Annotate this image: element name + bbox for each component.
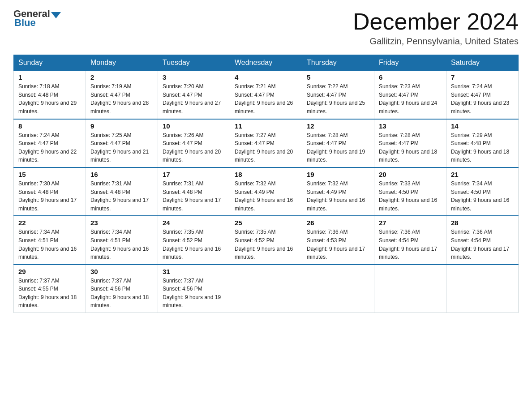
day-info: Sunrise: 7:27 AMSunset: 4:47 PMDaylight:… [235,131,297,164]
calendar-table: SundayMondayTuesdayWednesdayThursdayFrid… [13,55,519,313]
day-number: 13 [379,122,442,130]
day-info: Sunrise: 7:34 AMSunset: 4:51 PMDaylight:… [90,228,153,261]
day-number: 18 [235,171,297,178]
calendar-cell: 27Sunrise: 7:36 AMSunset: 4:54 PMDayligh… [374,216,446,264]
day-info: Sunrise: 7:36 AMSunset: 4:53 PMDaylight:… [307,228,369,261]
day-info: Sunrise: 7:23 AMSunset: 4:47 PMDaylight:… [379,82,442,116]
day-number: 24 [163,219,225,227]
day-info: Sunrise: 7:34 AMSunset: 4:51 PMDaylight:… [18,228,81,261]
calendar-cell: 22Sunrise: 7:34 AMSunset: 4:51 PMDayligh… [14,216,86,264]
month-title: December 2024 [353,9,519,34]
day-info: Sunrise: 7:32 AMSunset: 4:49 PMDaylight:… [235,180,297,213]
day-number: 26 [307,219,369,227]
day-info: Sunrise: 7:34 AMSunset: 4:50 PMDaylight:… [451,180,514,213]
calendar-cell: 2Sunrise: 7:19 AMSunset: 4:47 PMDaylight… [86,71,158,119]
calendar-cell: 16Sunrise: 7:31 AMSunset: 4:48 PMDayligh… [86,167,158,216]
day-info: Sunrise: 7:26 AMSunset: 4:47 PMDaylight:… [163,131,225,164]
day-number: 25 [235,219,297,227]
day-number: 8 [18,122,81,130]
calendar-cell: 25Sunrise: 7:35 AMSunset: 4:52 PMDayligh… [230,216,302,264]
calendar-cell: 5Sunrise: 7:22 AMSunset: 4:47 PMDaylight… [302,71,374,119]
calendar-cell: 1Sunrise: 7:18 AMSunset: 4:48 PMDaylight… [14,71,86,119]
day-info: Sunrise: 7:24 AMSunset: 4:47 PMDaylight:… [18,131,81,164]
calendar-cell [230,265,302,313]
calendar-cell: 7Sunrise: 7:24 AMSunset: 4:47 PMDaylight… [446,71,519,119]
day-number: 20 [379,171,442,178]
day-info: Sunrise: 7:18 AMSunset: 4:48 PMDaylight:… [18,82,81,116]
day-info: Sunrise: 7:28 AMSunset: 4:47 PMDaylight:… [307,131,369,164]
calendar-cell: 26Sunrise: 7:36 AMSunset: 4:53 PMDayligh… [302,216,374,264]
day-info: Sunrise: 7:36 AMSunset: 4:54 PMDaylight:… [379,228,442,261]
calendar-cell: 28Sunrise: 7:36 AMSunset: 4:54 PMDayligh… [446,216,519,264]
logo-blue-text: Blue [14,17,36,29]
weekday-header-saturday: Saturday [446,55,519,71]
day-number: 6 [379,73,442,81]
weekday-header-thursday: Thursday [302,55,374,71]
weekday-header-sunday: Sunday [14,55,86,71]
title-area: December 2024 Gallitzin, Pennsylvania, U… [353,9,519,47]
day-number: 22 [18,219,81,227]
day-number: 12 [307,122,369,130]
day-info: Sunrise: 7:29 AMSunset: 4:48 PMDaylight:… [451,131,514,164]
day-number: 17 [163,171,225,178]
day-number: 21 [451,171,514,178]
day-info: Sunrise: 7:21 AMSunset: 4:47 PMDaylight:… [235,82,297,116]
day-number: 4 [235,73,297,81]
day-info: Sunrise: 7:37 AMSunset: 4:55 PMDaylight:… [18,277,81,310]
day-number: 19 [307,171,369,178]
weekday-header-tuesday: Tuesday [158,55,230,71]
calendar-cell: 10Sunrise: 7:26 AMSunset: 4:47 PMDayligh… [158,119,230,167]
day-number: 28 [451,219,514,227]
calendar-week-row: 1Sunrise: 7:18 AMSunset: 4:48 PMDaylight… [14,71,519,119]
calendar-cell: 31Sunrise: 7:37 AMSunset: 4:56 PMDayligh… [158,265,230,313]
calendar-cell: 17Sunrise: 7:31 AMSunset: 4:48 PMDayligh… [158,167,230,216]
day-number: 27 [379,219,442,227]
calendar-cell [302,265,374,313]
day-info: Sunrise: 7:24 AMSunset: 4:47 PMDaylight:… [451,82,514,116]
calendar-cell: 3Sunrise: 7:20 AMSunset: 4:47 PMDaylight… [158,71,230,119]
calendar-week-row: 22Sunrise: 7:34 AMSunset: 4:51 PMDayligh… [14,216,519,264]
calendar-cell: 19Sunrise: 7:32 AMSunset: 4:49 PMDayligh… [302,167,374,216]
calendar-week-row: 15Sunrise: 7:30 AMSunset: 4:48 PMDayligh… [14,167,519,216]
calendar-cell: 4Sunrise: 7:21 AMSunset: 4:47 PMDaylight… [230,71,302,119]
day-info: Sunrise: 7:37 AMSunset: 4:56 PMDaylight:… [163,277,225,310]
calendar-cell: 23Sunrise: 7:34 AMSunset: 4:51 PMDayligh… [86,216,158,264]
calendar-cell: 14Sunrise: 7:29 AMSunset: 4:48 PMDayligh… [446,119,519,167]
calendar-cell: 18Sunrise: 7:32 AMSunset: 4:49 PMDayligh… [230,167,302,216]
calendar-cell: 20Sunrise: 7:33 AMSunset: 4:50 PMDayligh… [374,167,446,216]
calendar-cell: 24Sunrise: 7:35 AMSunset: 4:52 PMDayligh… [158,216,230,264]
day-info: Sunrise: 7:28 AMSunset: 4:47 PMDaylight:… [379,131,442,164]
day-info: Sunrise: 7:33 AMSunset: 4:50 PMDaylight:… [379,180,442,213]
calendar-cell: 6Sunrise: 7:23 AMSunset: 4:47 PMDaylight… [374,71,446,119]
day-info: Sunrise: 7:35 AMSunset: 4:52 PMDaylight:… [235,228,297,261]
calendar-week-row: 29Sunrise: 7:37 AMSunset: 4:55 PMDayligh… [14,265,519,313]
day-number: 30 [90,268,153,275]
calendar-cell: 9Sunrise: 7:25 AMSunset: 4:47 PMDaylight… [86,119,158,167]
weekday-header-row: SundayMondayTuesdayWednesdayThursdayFrid… [14,55,519,71]
day-info: Sunrise: 7:35 AMSunset: 4:52 PMDaylight:… [163,228,225,261]
day-number: 3 [163,73,225,81]
calendar-cell: 30Sunrise: 7:37 AMSunset: 4:56 PMDayligh… [86,265,158,313]
day-number: 16 [90,171,153,178]
calendar-cell: 11Sunrise: 7:27 AMSunset: 4:47 PMDayligh… [230,119,302,167]
logo-arrow-icon [51,12,61,18]
day-number: 29 [18,268,81,275]
page-header: General Blue December 2024 Gallitzin, Pe… [13,9,519,47]
calendar-cell: 29Sunrise: 7:37 AMSunset: 4:55 PMDayligh… [14,265,86,313]
day-info: Sunrise: 7:31 AMSunset: 4:48 PMDaylight:… [90,180,153,213]
logo: General Blue [13,9,62,29]
day-info: Sunrise: 7:31 AMSunset: 4:48 PMDaylight:… [163,180,225,213]
day-info: Sunrise: 7:36 AMSunset: 4:54 PMDaylight:… [451,228,514,261]
day-number: 11 [235,122,297,130]
weekday-header-monday: Monday [86,55,158,71]
day-number: 15 [18,171,81,178]
calendar-cell: 21Sunrise: 7:34 AMSunset: 4:50 PMDayligh… [446,167,519,216]
day-number: 2 [90,73,153,81]
day-info: Sunrise: 7:19 AMSunset: 4:47 PMDaylight:… [90,82,153,116]
day-number: 10 [163,122,225,130]
day-number: 7 [451,73,514,81]
calendar-week-row: 8Sunrise: 7:24 AMSunset: 4:47 PMDaylight… [14,119,519,167]
day-number: 1 [18,73,81,81]
day-number: 31 [163,268,225,275]
day-info: Sunrise: 7:30 AMSunset: 4:48 PMDaylight:… [18,180,81,213]
